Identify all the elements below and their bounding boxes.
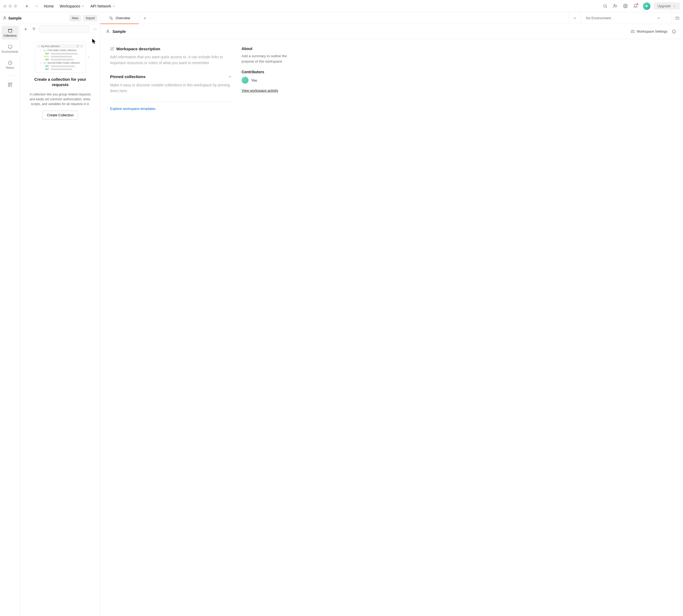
tabs-bar: Overview No Environment: [100, 12, 683, 24]
nav-api-network[interactable]: API Network: [88, 3, 118, 9]
chevron-down-icon: [81, 4, 85, 8]
main-area: Overview No Environment Sample Workspa: [100, 12, 683, 616]
svg-rect-8: [10, 83, 12, 84]
method-post: POST: [43, 56, 49, 58]
svg-point-0: [604, 4, 606, 7]
window-close[interactable]: [3, 4, 6, 8]
filter-button[interactable]: [31, 26, 37, 32]
collections-sidebar: My first collection First folde: [20, 24, 100, 616]
chevron-down-icon: [573, 16, 577, 20]
tab-overview[interactable]: Overview: [100, 12, 139, 24]
rail-environments[interactable]: Environments: [2, 42, 19, 56]
notifications-button[interactable]: [631, 2, 640, 10]
rail-collections[interactable]: Collections: [2, 26, 19, 40]
tab-overview-label: Overview: [116, 16, 130, 20]
body: Sample New Import Collections Environmen…: [0, 12, 683, 616]
pinned-collections-placeholder: Make it easy to discover notable collect…: [110, 82, 233, 94]
notification-badge: [637, 3, 639, 5]
plus-icon: [143, 16, 147, 20]
window-controls: [3, 4, 17, 8]
workspace-content: Workspace description Add information th…: [100, 39, 683, 616]
person-icon: [3, 16, 7, 20]
svg-rect-18: [676, 17, 679, 19]
divider: [110, 102, 233, 102]
top-bar: Home Workspaces API Network Upgrade: [0, 0, 683, 12]
workspace-description-header: Workspace description: [110, 46, 233, 51]
contributor-avatar[interactable]: [242, 77, 249, 84]
collection-illustration: My first collection First folde: [35, 42, 86, 72]
add-collection-button[interactable]: [23, 26, 29, 32]
rail-collections-label: Collections: [3, 34, 17, 37]
explore-templates-link[interactable]: Explore workspace templates: [110, 107, 233, 111]
workspace-info-button[interactable]: [670, 27, 678, 36]
create-collection-button[interactable]: Create Collection: [43, 111, 78, 119]
svg-point-17: [111, 18, 113, 20]
svg-point-12: [96, 29, 96, 29]
edit-icon: [110, 47, 114, 51]
workspace-description-placeholder[interactable]: Add information that you want quick acce…: [110, 54, 233, 66]
nav-api-network-label: API Network: [90, 4, 111, 8]
pin-collection-button[interactable]: [227, 73, 233, 80]
svg-point-4: [4, 17, 5, 18]
rail-configure[interactable]: [2, 80, 19, 90]
env-icon: [675, 16, 680, 20]
view-activity-link[interactable]: View workspace activity: [242, 88, 295, 92]
tab-add-button[interactable]: [139, 12, 151, 24]
chevron-down-icon: [40, 62, 42, 64]
window-minimize[interactable]: [8, 4, 12, 8]
sidebar-more-button[interactable]: [92, 26, 97, 32]
chevron-right-icon: [86, 55, 91, 59]
rail-environments-label: Environments: [2, 50, 18, 53]
rail-history[interactable]: History: [2, 58, 19, 72]
workspace-settings-label: Workspace Settings: [637, 29, 667, 34]
collections-icon: [8, 28, 13, 33]
plus-icon: [228, 74, 232, 79]
workspace-settings-button[interactable]: Workspace Settings: [631, 29, 667, 34]
window-maximize[interactable]: [14, 4, 17, 8]
workspace-about-panel: About Add a summary to outline the purpo…: [242, 46, 295, 609]
person-add-icon: [613, 4, 617, 8]
import-button[interactable]: Import: [83, 15, 97, 21]
svg-point-15: [82, 46, 82, 46]
upgrade-button[interactable]: Upgrade: [654, 2, 680, 9]
workspace-description-title: Workspace description: [116, 46, 160, 51]
nav-forward[interactable]: [32, 2, 40, 10]
plus-icon: [24, 27, 28, 31]
svg-point-2: [625, 5, 626, 6]
workspace-name: Sample: [8, 16, 22, 20]
svg-rect-5: [8, 45, 12, 48]
chevron-down-icon: [657, 16, 661, 20]
workspace-title-bar: Sample Workspace Settings: [100, 24, 683, 39]
user-avatar[interactable]: [643, 2, 651, 10]
settings-button[interactable]: [621, 2, 630, 10]
workspace-content-left: Workspace description Add information th…: [110, 46, 233, 609]
environment-selector[interactable]: No Environment: [580, 12, 671, 24]
nav-back[interactable]: [24, 2, 31, 10]
left-rail: Collections Environments History: [0, 24, 20, 616]
nav-home[interactable]: Home: [42, 3, 56, 9]
svg-point-19: [107, 30, 109, 31]
svg-point-1: [614, 4, 615, 6]
environment-quicklook-button[interactable]: [671, 12, 683, 24]
info-icon: [672, 29, 676, 34]
method-get: GET: [43, 68, 49, 70]
grid-add-icon: [8, 82, 13, 87]
more-icon: [80, 45, 83, 48]
svg-rect-9: [8, 85, 9, 87]
invite-button[interactable]: [611, 2, 619, 10]
contributor-row: You: [242, 77, 295, 84]
empty-state-title: Create a collection for your requests: [26, 77, 95, 88]
search-button[interactable]: [601, 2, 609, 10]
contributor-name: You: [251, 78, 257, 82]
sidebar-search-row: [20, 24, 100, 34]
method-get: GET: [43, 65, 49, 67]
new-button[interactable]: New: [69, 15, 81, 21]
about-title: About: [242, 46, 295, 51]
about-placeholder[interactable]: Add a summary to outline the purpose of …: [242, 53, 295, 64]
nav-workspaces[interactable]: Workspaces: [58, 3, 87, 9]
sidebar-search-input[interactable]: [39, 25, 89, 33]
chevron-down-icon: [673, 4, 676, 8]
workspace-switcher[interactable]: Sample: [3, 16, 67, 20]
tabs-dropdown-button[interactable]: [569, 12, 580, 24]
illustration-folder1: First folder inside collection: [48, 49, 77, 51]
